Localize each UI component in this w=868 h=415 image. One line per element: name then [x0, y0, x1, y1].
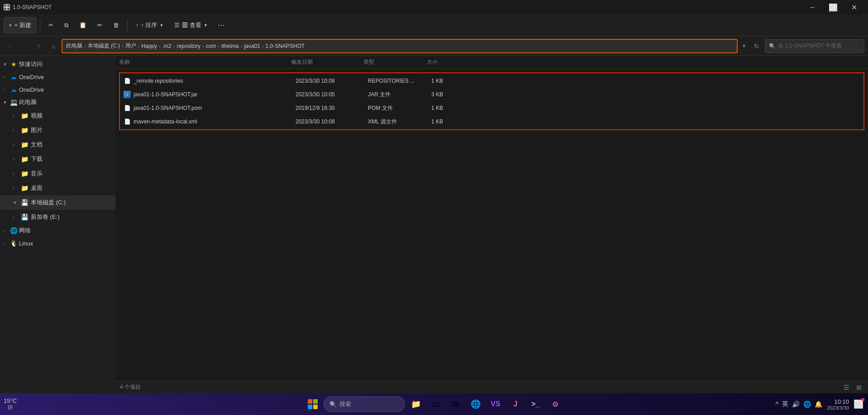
breadcrumb-user[interactable]: 用户 [125, 42, 136, 50]
column-header-type[interactable]: 类型 [360, 58, 423, 66]
taskbar-search-button[interactable]: 🔍 搜索 [324, 396, 405, 412]
view-icon: ☰ [174, 22, 180, 28]
taskbar-terminal-button[interactable]: >_ [526, 395, 544, 413]
system-tray: ^ 英 🔊 🌐 🔔 [774, 399, 823, 409]
breadcrumb-happy[interactable]: Happy [141, 43, 157, 49]
notification-icon[interactable]: 🔔 [814, 400, 823, 409]
breadcrumb-java01[interactable]: java01 [244, 43, 260, 49]
sidebar-item-this-pc[interactable]: ▼ 💻 此电脑 [0, 96, 115, 108]
onedrive2-icon: ☁ [10, 86, 17, 93]
breadcrumb-sep-4: › [159, 43, 161, 49]
sort-button[interactable]: ↑ ↑ 排序 ▼ [131, 17, 168, 33]
drive-c-icon: 💾 [21, 199, 28, 206]
sidebar-item-onedrive[interactable]: › ☁ OneDrive [0, 71, 115, 83]
breadcrumb[interactable]: 此电脑 › 本地磁盘 (C:) › 用户 › Happy › .m2 › rep… [62, 39, 738, 53]
view-button[interactable]: ☰ ☰ 查看 ▼ [170, 17, 212, 33]
column-header-name[interactable]: 名称 [115, 58, 287, 66]
close-button[interactable]: ✕ [844, 0, 864, 14]
taskbar-right: ^ 英 🔊 🌐 🔔 10:10 2023/3/30 ⬜ [774, 398, 864, 410]
lang-icon[interactable]: 英 [781, 399, 789, 409]
column-header-date[interactable]: 修改日期 [287, 58, 360, 66]
win-logo-yellow [313, 405, 318, 409]
taskbar-clock[interactable]: 10:10 2023/3/30 [827, 398, 849, 410]
expand-icon-5: › [13, 113, 18, 118]
vs-icon: VS [491, 400, 500, 408]
view-dropdown-icon: ▼ [204, 23, 208, 28]
sidebar-item-pictures[interactable]: › 📁 图片 [0, 123, 115, 137]
sidebar-label-onedrive: OneDrive [19, 74, 44, 80]
rename-button[interactable]: ✏ [93, 17, 107, 33]
nav-forward-button[interactable]: → [18, 40, 31, 52]
breadcrumb-c[interactable]: 本地磁盘 (C:) [88, 42, 120, 50]
file-name-jar: J java01-1.0-SNAPSHOT.jar [120, 91, 292, 98]
sidebar-label-documents: 文档 [31, 141, 43, 149]
breadcrumb-sep-9: › [262, 43, 264, 49]
sidebar-item-videos[interactable]: › 📁 视频 [0, 108, 115, 123]
table-row[interactable]: 📄 maven-metadata-local.xml 2023/3/30 10:… [120, 115, 863, 128]
taskbar-jetbrains-button[interactable]: J [506, 395, 525, 413]
paste-button[interactable]: 📋 [75, 17, 91, 33]
search-box[interactable]: 🔍 在 1.0-SNAPSHOT 中搜索 [765, 39, 864, 53]
file-icon-jar: J [124, 91, 131, 98]
expand-icon-9: › [13, 171, 18, 176]
delete-button[interactable]: 🗑 [109, 17, 124, 33]
sidebar-item-quick-access[interactable]: ▼ ★ 快速访问 [0, 58, 115, 71]
sidebar-item-documents[interactable]: › 📁 文档 [0, 137, 115, 152]
sidebar-item-linux[interactable]: › 🐧 Linux [0, 237, 115, 250]
list-view-button[interactable]: ☰ [842, 383, 851, 392]
file-type-xml: XML 源文件 [364, 118, 428, 126]
breadcrumb-m2[interactable]: .m2 [162, 43, 172, 49]
network-tray-icon[interactable]: 🌐 [802, 400, 812, 409]
taskbar-edge-button[interactable]: 🌐 [467, 395, 485, 413]
column-header-size[interactable]: 大小 [423, 58, 468, 66]
breadcrumb-snapshot[interactable]: 1.0-SNAPSHOT [266, 43, 305, 49]
more-button[interactable]: ··· [214, 18, 229, 33]
nav-up-button[interactable]: ↑ [33, 40, 45, 52]
grid-view-button[interactable]: ⊞ [854, 383, 863, 392]
sidebar-item-downloads[interactable]: › 📁 下载 [0, 152, 115, 166]
toolbar-divider-2 [127, 20, 128, 31]
taskbar-rider-button[interactable]: ⚙ [546, 395, 564, 413]
sidebar-item-local-disk-c[interactable]: ▼ 💾 本地磁盘 (C:) [0, 195, 115, 210]
new-button[interactable]: + + 新建 [4, 17, 36, 33]
table-row[interactable]: 📄 java01-1.0-SNAPSHOT.pom 2019/12/9 16:3… [120, 101, 863, 115]
breadcrumb-pc[interactable]: 此电脑 [66, 42, 82, 50]
minimize-button[interactable]: – [802, 0, 823, 14]
terminal-icon: >_ [531, 400, 539, 408]
nav-back-button[interactable]: ← [4, 40, 16, 52]
notification-badge[interactable]: ⬜ [853, 398, 864, 410]
start-button[interactable] [304, 395, 322, 413]
weather-desc: 阴 [8, 404, 13, 411]
taskbar-files-app-button[interactable]: 🗂 [427, 395, 445, 413]
taskbar-vs-button[interactable]: VS [486, 395, 505, 413]
weather-temp: 15°C [4, 397, 17, 404]
sidebar-item-network[interactable]: › 🌐 网络 [0, 224, 115, 237]
file-size-xml: 1 KB [428, 118, 473, 125]
cut-button[interactable]: ✂ [44, 17, 58, 33]
table-row[interactable]: J java01-1.0-SNAPSHOT.jar 2023/3/30 10:0… [120, 88, 863, 101]
refresh-button[interactable]: ↻ [750, 40, 763, 52]
file-name-xml: 📄 maven-metadata-local.xml [120, 118, 292, 125]
sidebar-label-this-pc: 此电脑 [19, 98, 37, 106]
tray-expand-icon[interactable]: ^ [774, 400, 779, 409]
taskbar-files-button[interactable]: 📁 [407, 395, 425, 413]
nav-home-button[interactable]: ⌂ [47, 40, 60, 52]
sidebar-item-music[interactable]: › 📁 音乐 [0, 166, 115, 181]
sidebar-item-desktop[interactable]: › 📁 桌面 [0, 181, 115, 195]
copy-button[interactable]: ⧉ [60, 17, 73, 33]
address-dropdown-button[interactable]: ▼ [739, 40, 749, 52]
breadcrumb-sep-6: › [202, 43, 204, 49]
speaker-icon[interactable]: 🔊 [791, 400, 801, 409]
sidebar: ▼ ★ 快速访问 › ☁ OneDrive › ☁ OneDrive ▼ 💻 此… [0, 56, 115, 393]
breadcrumb-itheima[interactable]: itheima [221, 43, 239, 49]
taskbar-store-button[interactable]: 🛍 [447, 395, 465, 413]
weather-widget[interactable]: 15°C 阴 [4, 397, 17, 411]
sidebar-item-onedrive2[interactable]: › ☁ OneDrive [0, 83, 115, 96]
maximize-button[interactable]: ⬜ [823, 0, 844, 14]
sidebar-label-new-volume-e: 新加卷 (E:) [31, 213, 60, 221]
taskbar: 15°C 阴 🔍 搜索 📁 🗂 🛍 🌐 [0, 393, 868, 415]
table-row[interactable]: 📄 _remote.repositories 2023/3/30 10:08 R… [120, 74, 863, 88]
breadcrumb-repo[interactable]: repository [176, 43, 200, 49]
breadcrumb-com[interactable]: com [206, 43, 216, 49]
sidebar-item-new-volume-e[interactable]: › 💾 新加卷 (E:) [0, 210, 115, 224]
